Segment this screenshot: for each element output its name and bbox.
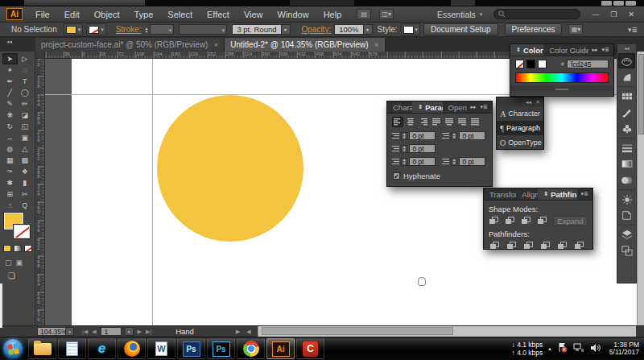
start-button[interactable] [3, 339, 23, 358]
vertical-scrollbar[interactable] [637, 52, 644, 325]
horizontal-scrollbar[interactable] [258, 326, 636, 337]
hex-color-field[interactable]: fcd245 [567, 60, 609, 68]
network-icon[interactable] [573, 341, 584, 356]
tab-character[interactable]: Character [387, 101, 412, 113]
none-button[interactable] [24, 245, 32, 252]
taskbar-photoshop-2[interactable]: Ps [207, 338, 235, 359]
left-indent-stepper[interactable]: ▲▼ [401, 132, 407, 140]
pen-tool[interactable]: ✒ [2, 76, 18, 87]
stroke-weight-stepper[interactable]: ▲▼ [144, 27, 148, 33]
stroke-panel-icon[interactable] [618, 140, 635, 155]
close-button[interactable]: ✕ [628, 10, 634, 19]
bridge-icon[interactable]: ▤ [357, 9, 371, 19]
rotate-tool[interactable]: ↻ [2, 121, 18, 132]
menu-view[interactable]: View [237, 10, 270, 19]
white-swatch[interactable] [538, 60, 547, 68]
justify-all-button[interactable] [469, 117, 481, 127]
first-line-indent-stepper[interactable]: ▲▼ [401, 145, 407, 153]
justify-last-right-button[interactable] [456, 117, 468, 127]
align-center-button[interactable] [405, 117, 416, 127]
horizontal-scrollbar-thumb[interactable] [262, 327, 453, 335]
fill-color-dropdown[interactable]: ▾ [64, 23, 84, 35]
justify-last-left-button[interactable] [431, 117, 442, 127]
selection-tool[interactable]: ➤ [2, 53, 18, 64]
transparency-panel-icon[interactable] [618, 172, 635, 188]
artboards-panel-icon[interactable] [618, 243, 635, 259]
collapse-tools-icon[interactable]: ◂◂ [0, 39, 35, 52]
menu-help[interactable]: Help [316, 10, 349, 19]
arrange-documents-icon[interactable]: ◫▾ [379, 9, 394, 19]
stroke-color-dropdown[interactable]: ▾ [86, 23, 106, 35]
pencil-tool[interactable]: ✏ [18, 98, 33, 110]
right-indent-stepper[interactable]: ▲▼ [451, 132, 457, 140]
search-input[interactable] [493, 9, 580, 19]
last-artboard-icon[interactable]: ▶| [146, 329, 151, 335]
expand-icon[interactable]: ▸▸ [592, 47, 598, 53]
magic-wand-tool[interactable]: ✶ [2, 64, 18, 76]
minus-back-button[interactable] [573, 241, 585, 250]
collapse-icon[interactable]: ◂◂ [526, 99, 531, 106]
panel-menu-icon[interactable]: ▾≣ [481, 104, 488, 110]
action-center-icon[interactable] [557, 341, 568, 356]
document-tab-1[interactable]: project-custom-face.ai* @ 50% (RGB/Previ… [35, 38, 225, 52]
document-tab-2[interactable]: Untitled-2* @ 104.35% (RGB/Preview)✕ [225, 38, 385, 52]
artboard-dropdown[interactable]: ▾ [126, 327, 134, 336]
taskbar-explorer[interactable] [28, 338, 56, 359]
lasso-tool[interactable]: ◌ [18, 64, 33, 76]
right-indent-value[interactable]: 0 pt [459, 131, 485, 140]
tab-opentyp[interactable]: OpenTyp [443, 101, 467, 113]
dock-item-opentype[interactable]: OOpenType [497, 135, 543, 150]
intersect-button[interactable] [521, 217, 532, 226]
tab-align[interactable]: Align [516, 188, 538, 200]
taskbar-word[interactable]: W [147, 338, 175, 359]
expand-icon[interactable]: ▸▸ [471, 104, 477, 110]
draw-behind-icon[interactable]: ▣ [16, 259, 23, 267]
exclude-button[interactable] [537, 217, 548, 226]
eraser-tool[interactable]: ◪ [18, 110, 33, 121]
hand-tool[interactable]: ☝ [2, 200, 18, 211]
appearance-panel-icon[interactable] [618, 192, 635, 207]
menu-edit[interactable]: Edit [57, 10, 87, 19]
blend-tool[interactable]: ❖ [18, 166, 33, 177]
taskbar-illustrator[interactable]: Ai [266, 338, 295, 359]
stroke-weight-dropdown[interactable]: ▾ [150, 24, 174, 35]
align-right-button[interactable] [418, 117, 429, 127]
color-spectrum-bar[interactable] [515, 72, 609, 83]
mesh-tool[interactable]: ▦ [2, 155, 18, 166]
perspective-grid-tool[interactable]: △ [18, 143, 33, 155]
close-icon[interactable]: ✕ [535, 99, 540, 106]
divide-button[interactable] [489, 241, 501, 250]
close-tab-icon[interactable]: ✕ [213, 42, 218, 48]
tab-color-guide[interactable]: Color Guide [543, 44, 588, 56]
brushes-panel-icon[interactable] [618, 105, 635, 120]
variable-width-profile-dropdown[interactable]: ▾ [179, 24, 227, 35]
zoom-dropdown[interactable]: ▾ [66, 327, 74, 336]
share-icon[interactable]: ▦▾ [568, 24, 583, 35]
paintbrush-tool[interactable]: ✎ [2, 98, 18, 110]
blob-brush-tool[interactable]: ❋ [2, 110, 18, 121]
color-guide-panel-icon[interactable] [618, 69, 635, 85]
justify-last-center-button[interactable] [444, 117, 455, 127]
tab-pathfinder[interactable]: ⇕Pathfinder [538, 188, 576, 200]
minimize-button[interactable]: — [592, 10, 599, 19]
artboard-tool[interactable]: ⊞ [2, 188, 18, 200]
zoom-level-field[interactable]: 104.35% [37, 327, 66, 336]
line-segment-tool[interactable]: ╱ [2, 87, 18, 98]
taskbar-photoshop[interactable]: Ps [177, 338, 205, 359]
close-tab-icon[interactable]: ✕ [374, 42, 379, 48]
gradient-tool[interactable]: ▩ [18, 155, 33, 166]
eyedropper-tool[interactable]: ✑ [2, 166, 18, 177]
taskbar-chrome[interactable] [237, 338, 265, 359]
merge-button[interactable] [522, 241, 535, 250]
panel-menu-icon[interactable]: ▾≣ [628, 26, 638, 34]
black-swatch[interactable] [526, 60, 535, 68]
ellipse-tool[interactable]: ◯ [18, 87, 33, 98]
hyphenate-checkbox[interactable]: ✔ [393, 172, 400, 180]
space-before-stepper[interactable]: ▲▼ [401, 158, 407, 166]
graphic-styles-panel-icon[interactable] [618, 208, 635, 223]
taskbar-camtasia[interactable]: C [296, 338, 324, 359]
preferences-button[interactable]: Preferences [505, 23, 563, 35]
opacity-panel-link[interactable]: Opacity: [302, 25, 332, 34]
menu-effect[interactable]: Effect [200, 10, 237, 19]
panel-resize-handle[interactable] [510, 85, 613, 93]
